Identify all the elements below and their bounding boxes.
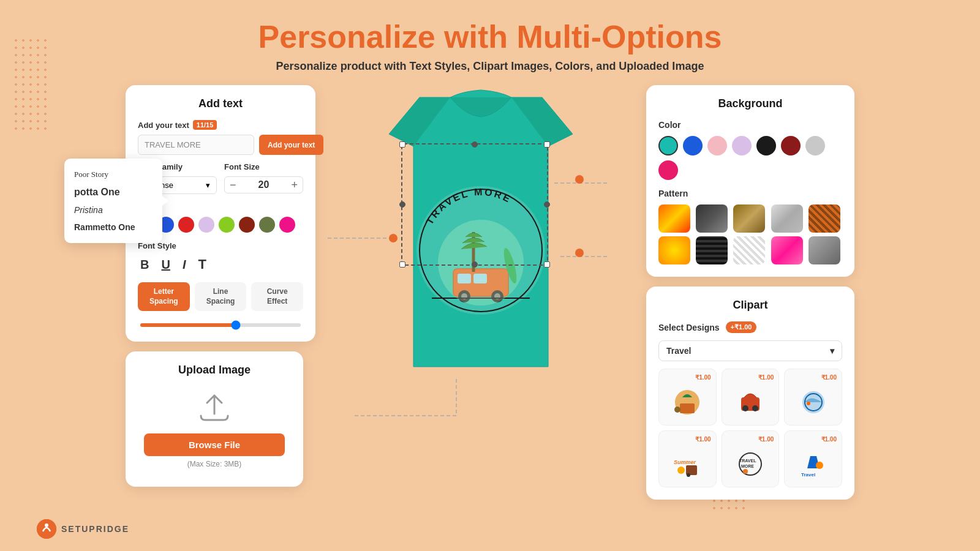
select-designs-label: Select Designs xyxy=(658,323,720,332)
handle-top-left[interactable] xyxy=(399,141,405,148)
handle-mid-left[interactable] xyxy=(399,201,405,208)
color-darkred[interactable] xyxy=(239,217,255,233)
font-option-pristina[interactable]: Pristina xyxy=(74,201,153,219)
pattern-light[interactable] xyxy=(771,204,803,233)
underline-button[interactable]: U xyxy=(159,255,172,274)
clipart-item-4[interactable]: ₹1.00 Summer xyxy=(658,430,717,487)
svg-text:Travel: Travel xyxy=(801,472,815,478)
font-style-row: B U I T xyxy=(138,255,303,274)
pattern-mosaic[interactable] xyxy=(809,204,840,233)
bold-button[interactable]: B xyxy=(138,255,151,274)
svg-text:MORE: MORE xyxy=(741,464,754,468)
handle-bottom-right[interactable] xyxy=(544,261,550,268)
clipart-item-6[interactable]: ₹1.00 Travel xyxy=(784,430,842,487)
bg-color-magenta[interactable] xyxy=(658,160,678,180)
font-option-rammetto[interactable]: Rammetto One xyxy=(74,219,153,236)
handle-bottom-mid[interactable] xyxy=(472,261,478,268)
svg-point-39 xyxy=(45,523,48,527)
spacing-slider[interactable] xyxy=(140,323,301,327)
font-size-increase-button[interactable]: + xyxy=(291,179,298,190)
upload-image-title: Upload Image xyxy=(138,364,291,377)
clipart-item-1[interactable]: ₹1.00 xyxy=(658,369,717,425)
logo-text: SETUPRIDGE xyxy=(61,524,129,534)
svg-text:TRAVEL: TRAVEL xyxy=(739,459,756,463)
clipart-price-4: ₹1.00 xyxy=(664,436,711,443)
right-panels: Background Color Pattern xyxy=(646,85,854,500)
select-designs-row: Select Designs +₹1.00 xyxy=(658,321,842,333)
svg-point-38 xyxy=(37,519,56,539)
pattern-fire[interactable] xyxy=(658,204,690,233)
handle-mid-right[interactable] xyxy=(544,201,550,208)
pattern-dark[interactable] xyxy=(696,204,728,233)
design-dropdown[interactable]: Travel ▾ xyxy=(658,340,842,361)
handle-top-mid[interactable] xyxy=(472,141,478,148)
pattern-gray[interactable] xyxy=(809,236,840,264)
browse-file-button[interactable]: Browse File xyxy=(144,433,285,456)
handle-top-right[interactable] xyxy=(544,141,550,148)
clipart-item-3[interactable]: ₹1.00 xyxy=(784,369,842,425)
clipart-img-4: Summer xyxy=(666,445,709,482)
pattern-pink[interactable] xyxy=(771,236,803,264)
font-popup-arrow xyxy=(162,196,168,206)
font-style-label: Font Style xyxy=(138,241,303,250)
logo-icon xyxy=(37,519,56,539)
bg-color-teal[interactable] xyxy=(658,136,678,156)
bg-color-pink[interactable] xyxy=(707,136,727,156)
main-content: Poor Story potta One Pristina Rammetto O… xyxy=(0,79,980,506)
font-option-potta[interactable]: potta One xyxy=(74,183,153,201)
upload-area: Browse File (Max Size: 3MB) xyxy=(138,386,291,474)
clipart-price-5: ₹1.00 xyxy=(727,436,774,443)
clipart-img-6: Travel xyxy=(792,445,835,482)
color-row xyxy=(138,217,303,233)
curve-effect-tab[interactable]: Curve Effect xyxy=(251,282,303,311)
clipart-price-6: ₹1.00 xyxy=(790,436,837,443)
bg-color-swatches xyxy=(658,136,842,180)
color-olive[interactable] xyxy=(259,217,275,233)
letter-spacing-tab[interactable]: Letter Spacing xyxy=(138,282,190,311)
page-subtitle: Personalize product with Text Styles, Cl… xyxy=(0,60,980,73)
font-size-decrease-button[interactable]: − xyxy=(230,179,236,190)
svg-point-24 xyxy=(752,405,758,411)
pattern-white-stripe[interactable] xyxy=(733,236,765,264)
pattern-black-geo[interactable] xyxy=(696,236,728,264)
bg-color-darkred[interactable] xyxy=(781,136,801,156)
text-input-field[interactable] xyxy=(138,135,254,155)
line-spacing-tab[interactable]: Line Spacing xyxy=(195,282,247,311)
color-green[interactable] xyxy=(219,217,235,233)
header: Personalize with Multi-Options Personali… xyxy=(0,0,980,79)
pattern-grid xyxy=(658,204,842,264)
clipart-img-2 xyxy=(729,383,772,420)
bg-color-gray[interactable] xyxy=(805,136,825,156)
bg-color-blue[interactable] xyxy=(683,136,703,156)
font-family-dropdown-icon: ▾ xyxy=(206,181,210,190)
clipart-item-5[interactable]: ₹1.00 TRAVEL MORE xyxy=(722,430,780,487)
svg-point-37 xyxy=(816,462,823,469)
svg-point-21 xyxy=(674,407,680,413)
char-count-badge: 11/15 xyxy=(193,120,217,130)
max-size-label: (Max Size: 3MB) xyxy=(144,460,285,468)
color-lavender[interactable] xyxy=(198,217,214,233)
bg-color-black[interactable] xyxy=(756,136,776,156)
clipart-price-1: ₹1.00 xyxy=(664,374,711,381)
spacing-tabs: Letter Spacing Line Spacing Curve Effect xyxy=(138,282,303,311)
spacing-slider-row xyxy=(138,318,303,329)
color-pink[interactable] xyxy=(279,217,295,233)
color-red[interactable] xyxy=(178,217,194,233)
clipart-img-5: TRAVEL MORE xyxy=(729,445,772,482)
bg-color-lavender[interactable] xyxy=(732,136,752,156)
font-option-poor-story[interactable]: Poor Story xyxy=(74,166,153,183)
pattern-yellow-star[interactable] xyxy=(658,236,690,264)
clipart-panel: Clipart Select Designs +₹1.00 Travel ▾ ₹… xyxy=(646,287,854,500)
strikethrough-button[interactable]: T xyxy=(195,255,208,274)
background-title: Background xyxy=(658,97,842,110)
svg-point-29 xyxy=(677,467,685,474)
bg-pattern-label: Pattern xyxy=(658,189,842,198)
text-input-label: Add your text xyxy=(138,121,189,130)
handle-bottom-left[interactable] xyxy=(399,261,405,268)
italic-button[interactable]: I xyxy=(180,255,189,274)
svg-point-35 xyxy=(743,469,748,474)
pattern-brown[interactable] xyxy=(733,204,765,233)
clipart-item-2[interactable]: ₹1.00 xyxy=(722,369,780,425)
background-panel: Background Color Pattern xyxy=(646,85,854,277)
add-text-button[interactable]: Add your text xyxy=(259,135,323,155)
